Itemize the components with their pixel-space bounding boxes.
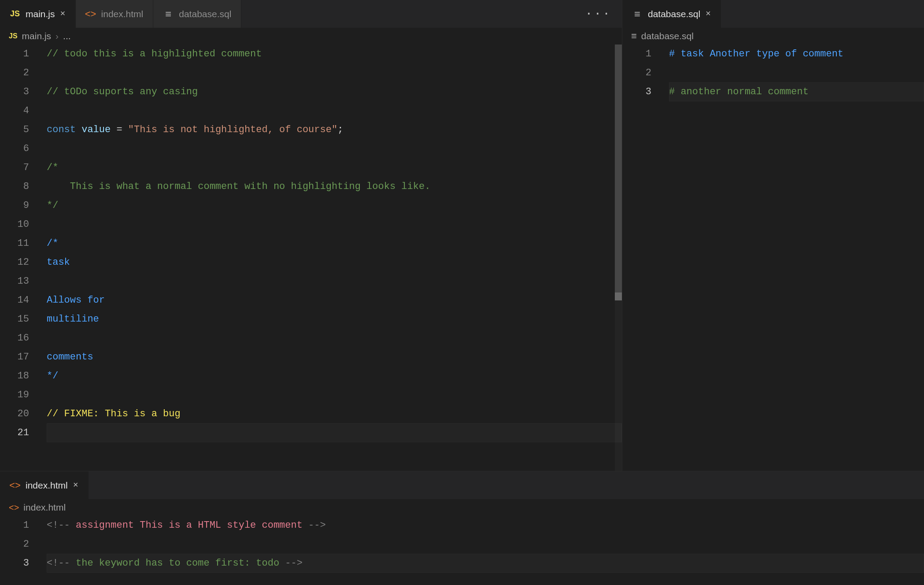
code-line[interactable]: /* [47,234,622,253]
tab-index-html[interactable]: <> index.html × [0,471,89,499]
scrollbar-thumb-end[interactable] [615,292,622,300]
line-number: 8 [0,177,29,196]
line-number: 15 [0,310,29,329]
scrollbar-thumb[interactable] [615,44,622,292]
code-line[interactable]: comments [47,348,622,367]
code-line[interactable]: // FIXME: This is a bug [47,404,622,423]
code-line[interactable] [47,139,622,158]
code-line[interactable] [47,423,622,442]
overflow-icon[interactable]: ··· [585,7,611,21]
code-area[interactable]: // todo this is a highlighted comment// … [39,44,622,471]
tab-index-html[interactable]: <> index.html [76,0,154,28]
tabs-bar-bottom: <> index.html × [0,471,924,499]
code-area[interactable]: <!-- assignment This is a HTML style com… [39,516,924,585]
tabs-spacer: ··· [241,0,622,28]
tab-main-js[interactable]: JS main.js × [0,0,76,28]
code-line[interactable]: // todo this is a highlighted comment [47,44,622,63]
line-number: 3 [0,554,29,573]
code-line[interactable]: task [47,253,622,272]
code-line[interactable]: */ [47,196,622,215]
gutter: 123456789101112131415161718192021 [0,44,39,471]
code-line[interactable] [47,272,622,291]
workbench: JS main.js × <> index.html ≡ database.sq… [0,0,924,585]
tab-label: database.sql [648,9,700,19]
js-icon: JS [9,32,18,40]
code-area[interactable]: # task Another type of comment# another … [661,44,924,471]
line-number: 2 [622,63,651,82]
code-line[interactable]: # task Another type of comment [669,44,924,63]
line-number: 1 [0,516,29,535]
editor-body-right[interactable]: 123 # task Another type of comment# anot… [622,44,924,471]
line-number: 16 [0,329,29,348]
breadcrumb[interactable]: ≡ database.sql [622,28,924,44]
gutter: 123 [0,516,39,585]
code-line[interactable] [47,215,622,234]
line-number: 6 [0,139,29,158]
breadcrumb-file: database.sql [641,31,694,41]
line-number: 1 [622,44,651,63]
editor-panel-bottom: <> index.html × <> index.html 123 <!-- a… [0,471,924,585]
breadcrumb[interactable]: JS main.js › ... [0,28,622,44]
sql-icon: ≡ [163,9,174,19]
close-icon[interactable]: × [73,480,78,490]
editor-body-left[interactable]: 123456789101112131415161718192021 // tod… [0,44,622,471]
js-icon: JS [10,9,20,19]
tab-label: index.html [26,480,68,491]
line-number: 17 [0,348,29,367]
sql-icon: ≡ [632,9,643,19]
line-number: 1 [0,44,29,63]
code-line[interactable] [47,329,622,348]
code-line[interactable]: multiline [47,310,622,329]
code-line[interactable] [47,63,622,82]
tab-label: index.html [101,9,144,19]
line-number: 12 [0,253,29,272]
code-line[interactable]: <!-- assignment This is a HTML style com… [47,516,924,535]
line-number: 7 [0,158,29,177]
html-icon: <> [9,503,19,513]
html-icon: <> [10,480,20,491]
breadcrumb-rest: ... [63,31,71,41]
line-number: 20 [0,404,29,423]
code-line[interactable]: Allows for [47,291,622,310]
tab-label: main.js [26,9,55,19]
code-line[interactable]: /* [47,158,622,177]
code-line[interactable] [47,535,924,554]
line-number: 19 [0,385,29,404]
scrollbar[interactable] [615,44,622,471]
editor-panel-left: JS main.js × <> index.html ≡ database.sq… [0,0,622,471]
chevron-right-icon: › [55,31,59,41]
line-number: 14 [0,291,29,310]
tabs-bar-left: JS main.js × <> index.html ≡ database.sq… [0,0,622,28]
line-number: 21 [0,423,29,442]
breadcrumb-file: main.js [22,31,52,41]
code-line[interactable]: <!-- the keyword has to come first: todo… [47,554,924,573]
code-line[interactable]: // tODo suports any casing [47,82,622,101]
editor-body-bottom[interactable]: 123 <!-- assignment This is a HTML style… [0,516,924,585]
gutter: 123 [622,44,661,471]
code-line[interactable] [47,385,622,404]
line-number: 18 [0,367,29,385]
code-line[interactable]: */ [47,367,622,385]
code-line[interactable]: const value = "This is not highlighted, … [47,120,622,139]
line-number: 2 [0,63,29,82]
line-number: 4 [0,101,29,120]
sql-icon: ≡ [631,30,637,42]
close-icon[interactable]: × [60,9,66,19]
tabs-bar-right: ≡ database.sql × [622,0,924,28]
code-line[interactable] [669,63,924,82]
tab-label: database.sql [179,9,231,19]
line-number: 3 [622,82,651,101]
editor-panel-right: ≡ database.sql × ≡ database.sql 123 # ta… [622,0,924,471]
code-line[interactable]: This is what a normal comment with no hi… [47,177,622,196]
close-icon[interactable]: × [706,9,711,19]
line-number: 10 [0,215,29,234]
breadcrumb[interactable]: <> index.html [0,499,924,516]
line-number: 3 [0,82,29,101]
tab-database-sql[interactable]: ≡ database.sql [153,0,241,28]
code-line[interactable]: # another normal comment [669,82,924,101]
line-number: 11 [0,234,29,253]
code-line[interactable] [47,101,622,120]
breadcrumb-file: index.html [23,502,66,513]
tab-database-sql[interactable]: ≡ database.sql × [622,0,721,28]
line-number: 9 [0,196,29,215]
